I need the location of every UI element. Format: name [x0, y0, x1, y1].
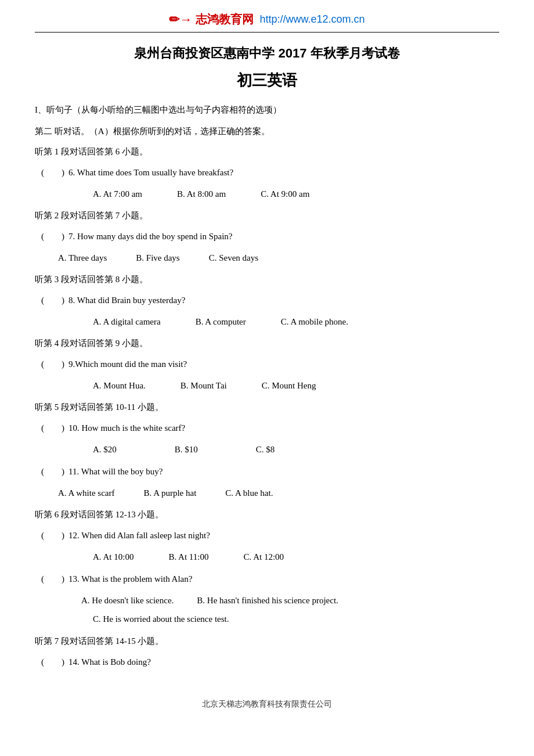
segment-4: 听第 4 段对话回答第 9 小题。: [35, 336, 499, 351]
question-6-options: A. At 7:00 am B. At 8:00 am C. At 9:00 a…: [35, 186, 499, 203]
question-8-options: A. A digital camera B. A computer C. A m…: [35, 314, 499, 330]
header: ✏→ 志鸿教育网 http://www.e12.com.cn: [35, 12, 499, 33]
question-11-text: 11. What will the boy buy?: [68, 463, 499, 480]
q11-option-c: C. A blue hat.: [225, 485, 273, 502]
q11-option-a: A. A white scarf: [58, 485, 114, 502]
q6-option-a: A. At 7:00 am: [93, 186, 142, 203]
q9-option-a: A. Mount Hua.: [93, 377, 146, 394]
question-10-line: ( ) 10. How much is the white scarf?: [35, 420, 499, 437]
footer: 北京天梯志鸿教育科技有限责任公司: [35, 693, 499, 710]
q9-option-b: B. Mount Tai: [181, 377, 227, 394]
q7-option-c: C. Seven days: [209, 250, 258, 267]
q8-option-c: C. A mobile phone.: [281, 314, 348, 330]
q12-option-c: C. At 12:00: [243, 549, 284, 566]
page-wrapper: ✏→ 志鸿教育网 http://www.e12.com.cn 泉州台商投资区惠南…: [0, 0, 534, 756]
question-13-options-row2: C. He is worried about the science test.: [35, 611, 499, 628]
question-7-text: 7. How many days did the boy spend in Sp…: [68, 228, 499, 245]
sub-title: 初三英语: [35, 70, 499, 91]
question-14-text: 14. What is Bob doing?: [68, 654, 499, 671]
q6-option-c: C. At 9:00 am: [261, 186, 309, 203]
q6-option-b: B. At 8:00 am: [177, 186, 226, 203]
question-12-options: A. At 10:00 B. At 11:00 C. At 12:00: [35, 549, 499, 566]
section1-header: I、听句子（从每小听给的三幅图中选出与句子内容相符的选项）: [35, 102, 499, 118]
q10-option-c: C. $8: [256, 441, 275, 458]
logo-icon: ✏→: [169, 12, 192, 27]
logo-area: ✏→ 志鸿教育网: [169, 12, 254, 27]
question-9-text: 9.Which mount did the man visit?: [68, 356, 499, 373]
q10-option-b: B. $10: [175, 441, 198, 458]
question-12-text: 12. When did Alan fall asleep last night…: [68, 527, 499, 544]
question-6-line: ( ) 6. What time does Tom usually have b…: [35, 164, 499, 181]
segment-2: 听第 2 段对话回答第 7 小题。: [35, 208, 499, 224]
main-title: 泉州台商投资区惠南中学 2017 年秋季月考试卷: [35, 43, 499, 63]
question-10-options: A. $20 B. $10 C. $8: [35, 441, 499, 458]
q7-option-a: A. Three days: [58, 250, 107, 267]
question-6-text: 6. What time does Tom usually have break…: [68, 164, 499, 181]
q13-option-a: A. He doesn't like science.: [81, 592, 174, 609]
q8-option-a: A. A digital camera: [93, 314, 161, 330]
question-14-line: ( ) 14. What is Bob doing?: [35, 654, 499, 671]
question-9-line: ( ) 9.Which mount did the man visit?: [35, 356, 499, 373]
website-link: http://www.e12.com.cn: [259, 13, 365, 26]
question-11-line: ( ) 11. What will the boy buy?: [35, 463, 499, 480]
q8-option-b: B. A computer: [196, 314, 246, 330]
question-13-text: 13. What is the problem with Alan?: [68, 571, 499, 588]
q12-option-a: A. At 10:00: [93, 549, 134, 566]
question-8-text: 8. What did Brain buy yesterday?: [68, 292, 499, 309]
q7-option-b: B. Five days: [136, 250, 179, 267]
question-11-options: A. A white scarf B. A purple hat C. A bl…: [35, 485, 499, 502]
question-7-line: ( ) 7. How many days did the boy spend i…: [35, 228, 499, 245]
segment-5: 听第 5 段对话回答第 10-11 小题。: [35, 399, 499, 415]
question-10-text: 10. How much is the white scarf?: [68, 420, 499, 437]
segment-6: 听第 6 段对话回答第 12-13 小题。: [35, 507, 499, 523]
question-8-line: ( ) 8. What did Brain buy yesterday?: [35, 292, 499, 309]
question-12-line: ( ) 12. When did Alan fall asleep last n…: [35, 527, 499, 544]
question-9-options: A. Mount Hua. B. Mount Tai C. Mount Heng: [35, 377, 499, 394]
question-13-options-row1: A. He doesn't like science. B. He hasn't…: [35, 592, 499, 609]
segment-3: 听第 3 段对话回答第 8 小题。: [35, 272, 499, 287]
q9-option-c: C. Mount Heng: [262, 377, 316, 394]
segment-1: 听第 1 段对话回答第 6 小题。: [35, 144, 499, 160]
q12-option-b: B. At 11:00: [168, 549, 208, 566]
section2-header: 第二 听对话。（A）根据你所听到的对话，选择正确的答案。: [35, 124, 499, 139]
footer-company: 北京天梯志鸿教育科技有限责任公司: [202, 700, 332, 708]
segment-7: 听第 7 段对话回答第 14-15 小题。: [35, 633, 499, 649]
q10-option-a: A. $20: [93, 441, 117, 458]
q13-option-c: C. He is worried about the science test.: [93, 614, 229, 624]
q13-option-b: B. He hasn't finished his science projec…: [197, 592, 338, 609]
question-13-line: ( ) 13. What is the problem with Alan?: [35, 571, 499, 588]
logo-text: 志鸿教育网: [196, 12, 254, 27]
q11-option-b: B. A purple hat: [143, 485, 196, 502]
question-7-options: A. Three days B. Five days C. Seven days: [35, 250, 499, 267]
